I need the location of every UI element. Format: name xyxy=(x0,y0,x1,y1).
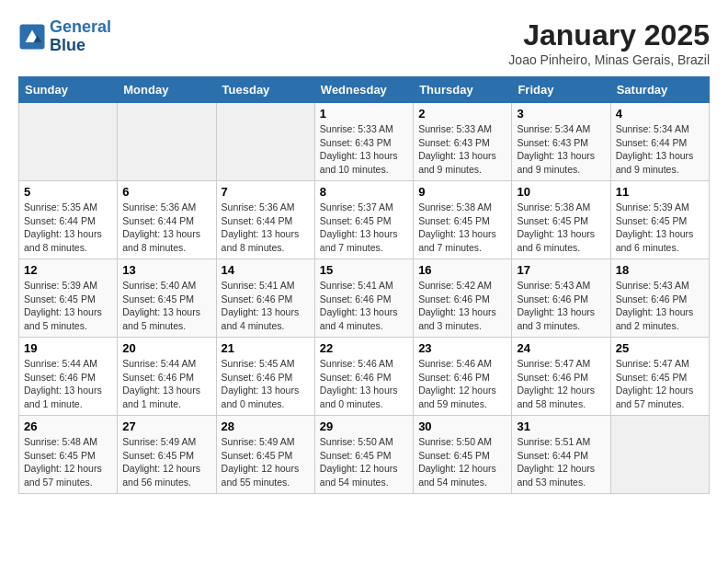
day-info: Sunrise: 5:42 AM Sunset: 6:46 PM Dayligh… xyxy=(418,279,506,333)
calendar-cell: 20Sunrise: 5:44 AM Sunset: 6:46 PM Dayli… xyxy=(118,338,216,416)
day-info: Sunrise: 5:46 AM Sunset: 6:46 PM Dayligh… xyxy=(418,357,506,411)
day-number: 13 xyxy=(122,263,210,277)
calendar-cell: 4Sunrise: 5:34 AM Sunset: 6:44 PM Daylig… xyxy=(610,103,709,181)
day-number: 18 xyxy=(616,263,704,277)
calendar-cell: 22Sunrise: 5:46 AM Sunset: 6:46 PM Dayli… xyxy=(314,338,413,416)
weekday-header-thursday: Thursday xyxy=(414,77,512,103)
day-info: Sunrise: 5:38 AM Sunset: 6:45 PM Dayligh… xyxy=(418,201,506,255)
day-number: 10 xyxy=(517,185,605,199)
day-number: 15 xyxy=(320,263,408,277)
calendar-cell: 25Sunrise: 5:47 AM Sunset: 6:45 PM Dayli… xyxy=(610,338,709,416)
weekday-header-sunday: Sunday xyxy=(19,77,118,103)
logo-icon xyxy=(18,23,46,51)
day-info: Sunrise: 5:49 AM Sunset: 6:45 PM Dayligh… xyxy=(222,435,310,489)
logo-line2: Blue xyxy=(50,36,85,54)
logo: General Blue xyxy=(18,18,111,55)
week-row-5: 26Sunrise: 5:48 AM Sunset: 6:45 PM Dayli… xyxy=(19,416,710,494)
calendar-cell: 3Sunrise: 5:34 AM Sunset: 6:43 PM Daylig… xyxy=(512,103,610,181)
calendar-cell: 6Sunrise: 5:36 AM Sunset: 6:44 PM Daylig… xyxy=(118,181,216,259)
calendar-cell: 15Sunrise: 5:41 AM Sunset: 6:46 PM Dayli… xyxy=(314,259,413,338)
day-number: 21 xyxy=(222,341,310,355)
weekday-header-tuesday: Tuesday xyxy=(216,77,314,103)
calendar-cell: 30Sunrise: 5:50 AM Sunset: 6:45 PM Dayli… xyxy=(414,416,512,494)
day-info: Sunrise: 5:50 AM Sunset: 6:45 PM Dayligh… xyxy=(320,435,408,489)
day-number: 23 xyxy=(418,341,506,355)
calendar-cell: 17Sunrise: 5:43 AM Sunset: 6:46 PM Dayli… xyxy=(512,259,610,338)
day-info: Sunrise: 5:41 AM Sunset: 6:46 PM Dayligh… xyxy=(320,279,408,333)
calendar-cell: 18Sunrise: 5:43 AM Sunset: 6:46 PM Dayli… xyxy=(610,259,709,338)
day-info: Sunrise: 5:51 AM Sunset: 6:44 PM Dayligh… xyxy=(517,435,605,489)
day-info: Sunrise: 5:33 AM Sunset: 6:43 PM Dayligh… xyxy=(320,122,408,177)
day-number: 14 xyxy=(222,263,310,277)
day-number: 9 xyxy=(418,185,506,199)
day-number: 3 xyxy=(517,107,605,121)
day-info: Sunrise: 5:36 AM Sunset: 6:44 PM Dayligh… xyxy=(122,201,210,255)
day-number: 30 xyxy=(418,419,506,433)
calendar-cell: 11Sunrise: 5:39 AM Sunset: 6:45 PM Dayli… xyxy=(610,181,709,259)
day-info: Sunrise: 5:43 AM Sunset: 6:46 PM Dayligh… xyxy=(616,279,704,333)
day-number: 6 xyxy=(122,185,210,199)
week-row-4: 19Sunrise: 5:44 AM Sunset: 6:46 PM Dayli… xyxy=(19,338,710,416)
calendar-cell: 1Sunrise: 5:33 AM Sunset: 6:43 PM Daylig… xyxy=(314,103,413,181)
week-row-2: 5Sunrise: 5:35 AM Sunset: 6:44 PM Daylig… xyxy=(19,181,710,259)
calendar-cell: 9Sunrise: 5:38 AM Sunset: 6:45 PM Daylig… xyxy=(414,181,512,259)
day-info: Sunrise: 5:43 AM Sunset: 6:46 PM Dayligh… xyxy=(517,279,605,333)
calendar-cell: 10Sunrise: 5:38 AM Sunset: 6:45 PM Dayli… xyxy=(512,181,610,259)
calendar-cell: 12Sunrise: 5:39 AM Sunset: 6:45 PM Dayli… xyxy=(19,259,118,338)
logo-text: General Blue xyxy=(50,18,111,55)
calendar-cell: 13Sunrise: 5:40 AM Sunset: 6:45 PM Dayli… xyxy=(118,259,216,338)
day-number: 22 xyxy=(320,341,408,355)
day-number: 5 xyxy=(24,185,112,199)
day-info: Sunrise: 5:34 AM Sunset: 6:44 PM Dayligh… xyxy=(616,122,704,177)
day-number: 31 xyxy=(517,419,605,433)
day-number: 28 xyxy=(222,419,310,433)
day-number: 24 xyxy=(517,341,605,355)
day-info: Sunrise: 5:44 AM Sunset: 6:46 PM Dayligh… xyxy=(24,357,112,411)
month-title: January 2025 xyxy=(508,18,710,52)
calendar-cell: 29Sunrise: 5:50 AM Sunset: 6:45 PM Dayli… xyxy=(314,416,413,494)
day-info: Sunrise: 5:34 AM Sunset: 6:43 PM Dayligh… xyxy=(517,122,605,177)
calendar-cell: 5Sunrise: 5:35 AM Sunset: 6:44 PM Daylig… xyxy=(19,181,118,259)
day-number: 7 xyxy=(222,185,310,199)
week-row-3: 12Sunrise: 5:39 AM Sunset: 6:45 PM Dayli… xyxy=(19,259,710,338)
day-info: Sunrise: 5:47 AM Sunset: 6:45 PM Dayligh… xyxy=(616,357,704,411)
day-number: 11 xyxy=(616,185,704,199)
day-number: 12 xyxy=(24,263,112,277)
day-info: Sunrise: 5:49 AM Sunset: 6:45 PM Dayligh… xyxy=(122,435,210,489)
calendar-cell: 24Sunrise: 5:47 AM Sunset: 6:46 PM Dayli… xyxy=(512,338,610,416)
day-number: 19 xyxy=(24,341,112,355)
calendar-cell xyxy=(610,416,709,494)
page-header: General Blue January 2025 Joao Pinheiro,… xyxy=(18,18,710,67)
weekday-header-wednesday: Wednesday xyxy=(314,77,413,103)
day-info: Sunrise: 5:39 AM Sunset: 6:45 PM Dayligh… xyxy=(24,279,112,333)
calendar-cell: 8Sunrise: 5:37 AM Sunset: 6:45 PM Daylig… xyxy=(314,181,413,259)
day-info: Sunrise: 5:38 AM Sunset: 6:45 PM Dayligh… xyxy=(517,201,605,255)
calendar-table: SundayMondayTuesdayWednesdayThursdayFrid… xyxy=(18,76,710,494)
day-info: Sunrise: 5:45 AM Sunset: 6:46 PM Dayligh… xyxy=(222,357,310,411)
day-number: 29 xyxy=(320,419,408,433)
day-info: Sunrise: 5:37 AM Sunset: 6:45 PM Dayligh… xyxy=(320,201,408,255)
calendar-cell: 14Sunrise: 5:41 AM Sunset: 6:46 PM Dayli… xyxy=(216,259,314,338)
calendar-cell: 16Sunrise: 5:42 AM Sunset: 6:46 PM Dayli… xyxy=(414,259,512,338)
day-number: 1 xyxy=(320,107,408,121)
calendar-cell: 7Sunrise: 5:36 AM Sunset: 6:44 PM Daylig… xyxy=(216,181,314,259)
calendar-cell: 31Sunrise: 5:51 AM Sunset: 6:44 PM Dayli… xyxy=(512,416,610,494)
calendar-cell: 19Sunrise: 5:44 AM Sunset: 6:46 PM Dayli… xyxy=(19,338,118,416)
calendar-cell: 27Sunrise: 5:49 AM Sunset: 6:45 PM Dayli… xyxy=(118,416,216,494)
day-number: 16 xyxy=(418,263,506,277)
calendar-cell: 21Sunrise: 5:45 AM Sunset: 6:46 PM Dayli… xyxy=(216,338,314,416)
day-number: 27 xyxy=(122,419,210,433)
day-info: Sunrise: 5:50 AM Sunset: 6:45 PM Dayligh… xyxy=(418,435,506,489)
week-row-1: 1Sunrise: 5:33 AM Sunset: 6:43 PM Daylig… xyxy=(19,103,710,181)
calendar-cell xyxy=(216,103,314,181)
weekday-header-row: SundayMondayTuesdayWednesdayThursdayFrid… xyxy=(19,77,710,103)
location: Joao Pinheiro, Minas Gerais, Brazil xyxy=(508,52,710,67)
day-info: Sunrise: 5:41 AM Sunset: 6:46 PM Dayligh… xyxy=(222,279,310,333)
day-info: Sunrise: 5:44 AM Sunset: 6:46 PM Dayligh… xyxy=(122,357,210,411)
day-number: 20 xyxy=(122,341,210,355)
calendar-cell: 26Sunrise: 5:48 AM Sunset: 6:45 PM Dayli… xyxy=(19,416,118,494)
weekday-header-monday: Monday xyxy=(118,77,216,103)
calendar-cell xyxy=(118,103,216,181)
weekday-header-friday: Friday xyxy=(512,77,610,103)
day-info: Sunrise: 5:46 AM Sunset: 6:46 PM Dayligh… xyxy=(320,357,408,411)
